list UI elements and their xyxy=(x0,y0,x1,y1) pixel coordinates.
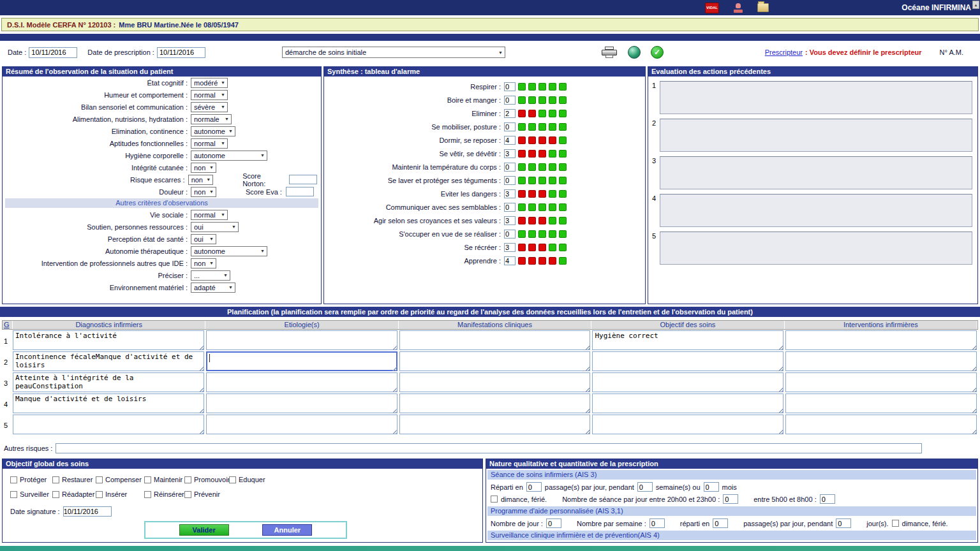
checkbox[interactable] xyxy=(52,491,59,498)
alarm-value-input[interactable] xyxy=(504,136,516,145)
alarm-value-input[interactable] xyxy=(504,216,516,225)
planification-cell-textarea[interactable] xyxy=(592,372,783,392)
field-select[interactable]: oui▼ xyxy=(191,234,216,244)
checkbox[interactable] xyxy=(52,476,59,483)
planification-cell-textarea[interactable] xyxy=(399,330,591,350)
field-select[interactable]: modéré▼ xyxy=(191,78,228,88)
field-select[interactable]: sévère▼ xyxy=(191,102,228,112)
evaluation-textarea[interactable] xyxy=(660,119,972,152)
planification-cell-textarea[interactable] xyxy=(785,415,977,434)
plan-column-g-link[interactable]: G xyxy=(3,321,13,329)
field-select[interactable]: non▼ xyxy=(188,175,214,185)
validate-check-button[interactable]: ✓ xyxy=(651,46,664,59)
alarm-value-input[interactable] xyxy=(504,109,516,118)
score-input[interactable] xyxy=(289,175,317,184)
planification-cell-textarea[interactable]: Atteinte à l'intégrité de la peauConstip… xyxy=(13,372,204,392)
field-select[interactable]: oui▼ xyxy=(191,222,239,232)
alarm-value-input[interactable] xyxy=(504,203,516,212)
planification-cell-textarea[interactable] xyxy=(785,372,977,392)
print-button[interactable] xyxy=(601,47,618,59)
evaluation-textarea[interactable] xyxy=(660,156,972,189)
planification-cell-textarea[interactable] xyxy=(785,351,977,371)
field-select[interactable]: non▼ xyxy=(191,187,216,197)
checkbox[interactable] xyxy=(491,496,498,503)
prescription-input[interactable] xyxy=(713,518,728,528)
checkbox[interactable] xyxy=(96,491,103,498)
field-select[interactable]: non▼ xyxy=(191,163,216,173)
date-signature-input[interactable] xyxy=(63,506,112,517)
prescription-input[interactable] xyxy=(704,482,719,492)
valider-button[interactable]: Valider xyxy=(179,524,229,536)
planification-cell-textarea[interactable] xyxy=(206,372,397,392)
planification-cell-textarea[interactable] xyxy=(785,393,977,413)
annuler-button[interactable]: Annuler xyxy=(262,524,312,536)
evaluation-textarea[interactable] xyxy=(660,231,972,265)
score-input[interactable] xyxy=(286,187,314,196)
alarm-value-input[interactable] xyxy=(504,122,516,131)
planification-cell-textarea[interactable] xyxy=(592,415,783,434)
alarm-value-input[interactable] xyxy=(504,163,516,172)
checkbox[interactable] xyxy=(184,476,191,483)
autres-risques-input[interactable] xyxy=(56,443,922,453)
planification-cell-textarea[interactable] xyxy=(592,393,783,413)
field-select[interactable]: normal▼ xyxy=(191,138,228,149)
alarm-value-input[interactable] xyxy=(504,230,516,239)
field-select[interactable]: autonome▼ xyxy=(191,126,235,136)
alarm-value-input[interactable] xyxy=(504,256,516,265)
alarm-value-input[interactable] xyxy=(504,189,516,198)
vidal-icon[interactable]: VIDAL xyxy=(705,3,719,13)
checkbox[interactable] xyxy=(892,520,899,527)
planification-cell-textarea[interactable]: Hygiène correct xyxy=(592,330,783,350)
folder-icon[interactable] xyxy=(757,3,769,12)
prescription-input[interactable] xyxy=(650,518,665,528)
field-select[interactable]: autonome▼ xyxy=(191,151,267,161)
checkbox[interactable] xyxy=(10,476,17,483)
prescription-input[interactable] xyxy=(723,494,738,504)
field-select[interactable]: ...▼ xyxy=(191,270,230,281)
planification-cell-textarea[interactable] xyxy=(13,415,204,434)
field-select[interactable]: normal▼ xyxy=(191,210,228,220)
globe-icon[interactable] xyxy=(628,46,641,59)
planification-cell-textarea[interactable] xyxy=(206,393,397,413)
planification-cell-textarea[interactable] xyxy=(206,330,397,350)
prescription-date-input[interactable] xyxy=(157,47,205,58)
scroll-up-button[interactable]: ▲ xyxy=(972,1,979,9)
prescription-input[interactable] xyxy=(637,482,653,492)
field-select[interactable]: adapté▼ xyxy=(191,283,235,293)
field-select[interactable]: autonome▼ xyxy=(191,246,267,256)
checkbox[interactable] xyxy=(144,491,151,498)
planification-cell-textarea[interactable] xyxy=(592,351,783,371)
planification-cell-textarea[interactable] xyxy=(785,330,977,350)
checkbox[interactable] xyxy=(144,476,151,483)
prescription-input[interactable] xyxy=(546,518,561,528)
checkbox[interactable] xyxy=(184,491,191,498)
alarm-value-input[interactable] xyxy=(504,176,516,185)
prescription-input[interactable] xyxy=(526,482,542,492)
checkbox[interactable] xyxy=(96,476,103,483)
planification-cell-textarea[interactable]: Intolérance à l'activité xyxy=(13,330,204,350)
planification-cell-textarea[interactable] xyxy=(206,415,397,434)
field-select[interactable]: normal▼ xyxy=(191,90,228,100)
stamp-icon[interactable] xyxy=(733,3,743,13)
field-select[interactable]: normale▼ xyxy=(191,114,232,124)
alarm-value-input[interactable] xyxy=(504,149,516,158)
alarm-value-input[interactable] xyxy=(504,82,516,91)
checkbox[interactable] xyxy=(229,476,236,483)
evaluation-textarea[interactable] xyxy=(660,194,972,227)
planification-cell-textarea[interactable] xyxy=(399,393,591,413)
prescription-input[interactable] xyxy=(820,494,835,504)
alarm-value-input[interactable] xyxy=(504,243,516,252)
alarm-value-input[interactable] xyxy=(504,96,516,105)
planification-cell-textarea[interactable]: Manque d'activité et de loisirs xyxy=(13,393,204,413)
date-input[interactable] xyxy=(29,47,77,58)
planification-cell-textarea[interactable] xyxy=(206,351,397,371)
planification-cell-textarea[interactable] xyxy=(399,351,591,371)
planification-cell-textarea[interactable]: Incontinence fécaleManque d'activité et … xyxy=(13,351,204,371)
prescription-input[interactable] xyxy=(836,518,851,528)
field-select[interactable]: non▼ xyxy=(191,258,216,268)
prescripteur-link[interactable]: Prescripteur xyxy=(765,48,803,56)
demarche-select[interactable]: démarche de soins initiale ▼ xyxy=(282,47,505,58)
checkbox[interactable] xyxy=(10,491,17,498)
planification-cell-textarea[interactable] xyxy=(399,415,591,434)
planification-cell-textarea[interactable] xyxy=(399,372,591,392)
